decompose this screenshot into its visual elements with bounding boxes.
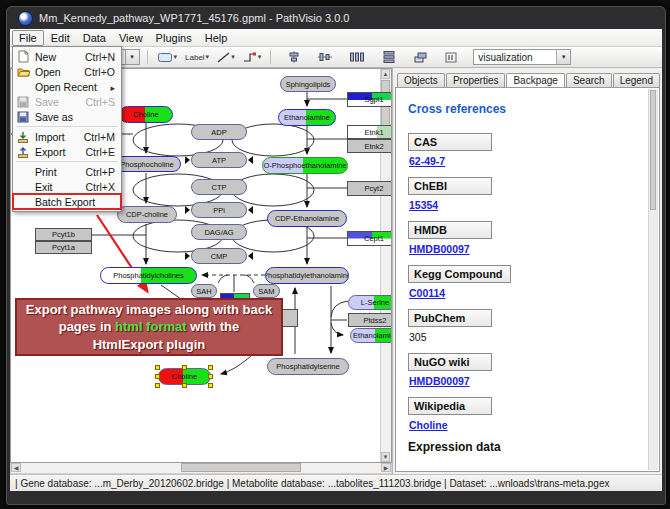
menu-edit[interactable]: Edit <box>45 31 76 45</box>
metabolite-node-sah[interactable]: SAH <box>191 284 217 298</box>
chevron-down-icon[interactable]: ▾ <box>174 53 178 61</box>
selection-handle[interactable] <box>155 374 160 379</box>
menubar: File Edit Data View Plugins Help <box>10 29 662 47</box>
chevron-down-icon[interactable]: ▾ <box>258 53 262 61</box>
metabolite-node-cdp-choline[interactable]: CDP-choline <box>117 206 177 223</box>
menu-separator <box>16 126 118 127</box>
menu-item-save[interactable]: Save Ctrl+S <box>13 94 121 109</box>
align-middle-button[interactable] <box>316 49 334 65</box>
connector-tool-button[interactable]: ▾ <box>241 49 264 65</box>
metabolite-node-cdp-ethanolamine[interactable]: CDP-Ethanolamine <box>267 210 347 227</box>
gene-node-pcyt1a[interactable]: Pcyt1a <box>35 241 92 254</box>
metabolite-node-dag-ag[interactable]: DAG/AG <box>191 224 247 240</box>
selection-handle[interactable] <box>182 365 187 370</box>
datanode-button[interactable]: ▾ <box>155 49 180 65</box>
menu-item-print[interactable]: Print Ctrl+P <box>13 164 121 179</box>
tab-objects[interactable]: Objects <box>397 73 445 87</box>
metabolite-node-phosphatidylethanolamine[interactable]: Phosphatidylethanolamine <box>265 267 349 284</box>
metabolite-node-l-serine[interactable]: L-Serine <box>348 295 392 310</box>
selection-handle[interactable] <box>155 365 160 370</box>
expression-data-heading: Expression data <box>408 440 645 454</box>
metabolite-node-choline[interactable]: Choline <box>119 106 173 123</box>
menu-item-save-as[interactable]: Save as <box>13 109 121 124</box>
distribute-vertical-button[interactable] <box>380 49 398 65</box>
no-icon <box>16 180 30 193</box>
xref-link[interactable]: HMDB00097 <box>409 243 470 255</box>
menu-item-open-recent[interactable]: Open Recent <box>13 79 121 94</box>
metabolite-node-o-phosphoethanolamine[interactable]: O-Phosphoethanolamine <box>262 157 348 174</box>
visualization-combobox[interactable]: visualization ▾ <box>473 49 571 65</box>
gene-node-etnk1[interactable]: Etnk1 <box>347 125 392 139</box>
tab-search[interactable]: Search <box>566 73 612 87</box>
chevron-down-icon[interactable]: ▾ <box>125 50 139 64</box>
gene-node-sgpl1[interactable]: Sgpl1 <box>347 92 392 107</box>
xref-section-hmdb: HMDB HMDB00097 <box>408 220 645 255</box>
text-format-button[interactable] <box>443 49 459 65</box>
selection-handle[interactable] <box>155 383 160 388</box>
xref-link[interactable]: Choline <box>409 419 448 431</box>
metabolite-node-phosphatidylserine[interactable]: Phosphatidylserine <box>267 358 349 375</box>
metabolite-node-phosphatidylcholines[interactable]: Phosphatidylcholines <box>100 267 197 284</box>
metabolite-node-ethanolamine-2[interactable]: Ethanolamine <box>350 328 392 343</box>
xref-link[interactable]: C00114 <box>409 287 445 299</box>
backpage-title: Cross references <box>408 102 645 116</box>
chevron-down-icon[interactable]: ▾ <box>206 53 210 61</box>
metabolite-node-cmp[interactable]: CMP <box>191 248 247 264</box>
xref-section-wikipedia: Wikipedia Choline <box>408 396 645 431</box>
tab-legend[interactable]: Legend <box>613 73 660 87</box>
scrollbar-thumb[interactable] <box>650 90 656 210</box>
tab-properties[interactable]: Properties <box>446 73 506 87</box>
tab-backpage[interactable]: Backpage <box>506 73 564 88</box>
menu-file[interactable]: File <box>12 30 44 46</box>
menu-item-new[interactable]: New Ctrl+N <box>13 49 121 64</box>
metabolite-node-phosphocholine[interactable]: Phosphocholine <box>113 156 181 172</box>
distribute-horizontal-button[interactable] <box>348 49 366 65</box>
menu-item-open[interactable]: Open Ctrl+O <box>13 64 121 79</box>
distribute-horizontal-icon <box>350 51 364 63</box>
sidebar-scrollbar[interactable] <box>648 89 658 470</box>
sidebar: Objects Properties Backpage Search Legen… <box>392 68 662 474</box>
menu-item-export[interactable]: Export Ctrl+E <box>13 144 121 159</box>
xref-link[interactable]: HMDB00097 <box>409 375 470 387</box>
menu-item-batch-export[interactable]: Batch Export <box>13 194 121 209</box>
selection-handle[interactable] <box>208 365 213 370</box>
scroll-right-arrow[interactable]: ▶ <box>381 463 391 472</box>
xref-link[interactable]: 62-49-7 <box>409 155 445 167</box>
canvas-horizontal-scrollbar[interactable]: ◀ ▶ <box>10 463 392 474</box>
scroll-left-arrow[interactable]: ◀ <box>11 463 21 472</box>
gene-node-etnk2[interactable]: Etnk2 <box>347 139 392 153</box>
selection-handle[interactable] <box>208 383 213 388</box>
save-icon <box>16 95 30 108</box>
menu-help[interactable]: Help <box>199 31 234 45</box>
metabolite-node-sphingolipids[interactable]: Sphingolipids <box>280 76 336 92</box>
pathvisio-logo-icon <box>18 11 33 26</box>
label-button[interactable]: Label ▾ <box>183 49 211 65</box>
menu-item-exit[interactable]: Exit Ctrl+X <box>13 179 121 194</box>
metabolite-node-sam[interactable]: SAM <box>253 284 280 298</box>
chevron-down-icon[interactable]: ▾ <box>556 50 570 64</box>
metabolite-node-ctp[interactable]: CTP <box>191 179 247 195</box>
menu-item-import[interactable]: Import Ctrl+M <box>13 129 121 144</box>
menu-data[interactable]: Data <box>77 31 112 45</box>
titlebar[interactable]: Mm_Kennedy_pathway_WP1771_45176.gpml - P… <box>10 7 662 29</box>
metabolite-node-ppi[interactable]: PPi <box>191 202 247 218</box>
distribute-vertical-icon <box>382 51 396 63</box>
gene-node-ptdss2[interactable]: Ptdss2 <box>348 313 392 327</box>
common-size-button[interactable] <box>412 49 429 65</box>
scrollbar-thumb[interactable] <box>181 463 301 472</box>
metabolite-node-atp[interactable]: ATP <box>191 152 247 168</box>
xref-link[interactable]: 15354 <box>409 199 438 211</box>
gene-node-pcyt2[interactable]: Pcyt2 <box>347 181 392 196</box>
line-tool-button[interactable]: ▾ <box>215 49 237 65</box>
chevron-down-icon[interactable]: ▾ <box>231 53 235 61</box>
gene-node-cept1[interactable]: Cept1 <box>347 231 392 246</box>
xref-value: 305 <box>409 331 645 343</box>
selection-handle[interactable] <box>182 383 187 388</box>
menu-plugins[interactable]: Plugins <box>150 31 198 45</box>
metabolite-node-ethanolamine[interactable]: Ethanolamine <box>278 109 336 126</box>
align-center-button[interactable] <box>286 49 302 65</box>
metabolite-node-adp[interactable]: ADP <box>191 124 247 140</box>
gene-node-pcyt1b[interactable]: Pcyt1b <box>35 228 92 241</box>
selection-handle[interactable] <box>208 374 213 379</box>
menu-view[interactable]: View <box>113 31 149 45</box>
